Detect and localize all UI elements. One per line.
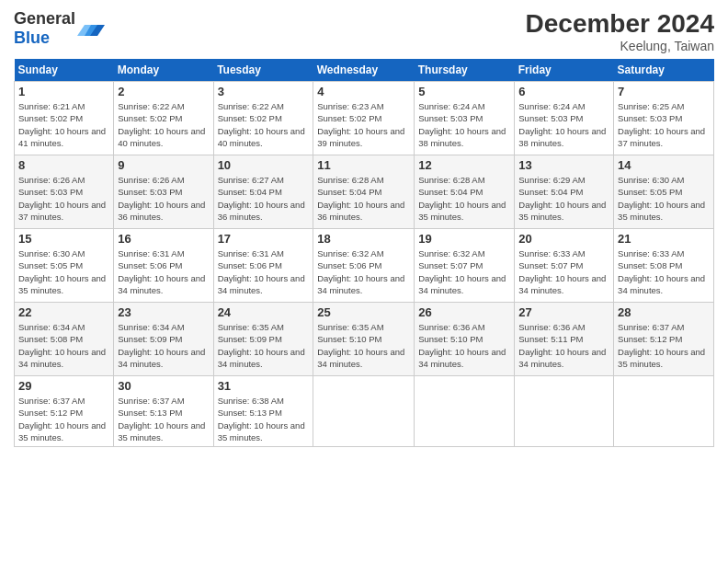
day-number: 10 — [218, 158, 310, 172]
table-row: 3 Sunrise: 6:22 AMSunset: 5:02 PMDayligh… — [213, 82, 313, 155]
day-number: 19 — [418, 232, 510, 246]
table-row: 4 Sunrise: 6:23 AMSunset: 5:02 PMDayligh… — [313, 82, 415, 155]
day-info: Sunrise: 6:32 AMSunset: 5:06 PMDaylight:… — [317, 248, 404, 295]
table-row — [614, 376, 714, 447]
day-info: Sunrise: 6:31 AMSunset: 5:06 PMDaylight:… — [218, 248, 305, 295]
table-row: 14 Sunrise: 6:30 AMSunset: 5:05 PMDaylig… — [614, 155, 714, 229]
day-number: 9 — [118, 158, 209, 172]
day-number: 6 — [518, 85, 609, 98]
table-row — [515, 376, 614, 447]
day-info: Sunrise: 6:31 AMSunset: 5:06 PMDaylight:… — [118, 248, 205, 295]
day-number: 8 — [18, 158, 109, 172]
calendar-container: General Blue December 2024 Keelung, Taiw… — [0, 0, 728, 456]
logo-icon — [77, 17, 105, 40]
table-row — [313, 376, 415, 447]
table-row: 7 Sunrise: 6:25 AMSunset: 5:03 PMDayligh… — [614, 82, 714, 155]
table-row: 8 Sunrise: 6:26 AMSunset: 5:03 PMDayligh… — [15, 155, 114, 229]
day-info: Sunrise: 6:36 AMSunset: 5:11 PMDaylight:… — [518, 322, 606, 369]
day-info: Sunrise: 6:23 AMSunset: 5:02 PMDaylight:… — [317, 101, 404, 148]
table-row — [415, 376, 515, 447]
table-row: 12 Sunrise: 6:28 AMSunset: 5:04 PMDaylig… — [415, 155, 515, 229]
day-info: Sunrise: 6:35 AMSunset: 5:09 PMDaylight:… — [218, 322, 305, 369]
day-number: 23 — [118, 305, 209, 319]
day-number: 4 — [317, 85, 410, 98]
day-info: Sunrise: 6:37 AMSunset: 5:12 PMDaylight:… — [18, 396, 106, 442]
day-number: 18 — [317, 232, 410, 246]
header-monday: Monday — [114, 59, 213, 82]
day-info: Sunrise: 6:24 AMSunset: 5:03 PMDaylight:… — [518, 101, 606, 148]
day-info: Sunrise: 6:37 AMSunset: 5:13 PMDaylight:… — [118, 396, 205, 442]
day-number: 7 — [618, 85, 710, 98]
header-tuesday: Tuesday — [213, 59, 313, 82]
day-info: Sunrise: 6:35 AMSunset: 5:10 PMDaylight:… — [317, 322, 404, 369]
table-row: 20 Sunrise: 6:33 AMSunset: 5:07 PMDaylig… — [515, 229, 614, 303]
table-row: 5 Sunrise: 6:24 AMSunset: 5:03 PMDayligh… — [415, 82, 515, 155]
header-saturday: Saturday — [614, 59, 714, 82]
table-row: 23 Sunrise: 6:34 AMSunset: 5:09 PMDaylig… — [114, 303, 213, 376]
day-number: 27 — [518, 305, 609, 319]
day-number: 25 — [317, 305, 410, 319]
table-row: 18 Sunrise: 6:32 AMSunset: 5:06 PMDaylig… — [313, 229, 415, 303]
month-title: December 2024 — [526, 9, 714, 39]
logo: General Blue — [14, 9, 105, 48]
day-number: 15 — [18, 232, 109, 246]
table-row: 28 Sunrise: 6:37 AMSunset: 5:12 PMDaylig… — [614, 303, 714, 376]
table-row: 15 Sunrise: 6:30 AMSunset: 5:05 PMDaylig… — [15, 229, 114, 303]
day-number: 11 — [317, 158, 410, 172]
day-number: 31 — [218, 379, 310, 393]
day-number: 2 — [118, 85, 209, 98]
day-number: 1 — [18, 85, 109, 98]
table-row: 21 Sunrise: 6:33 AMSunset: 5:08 PMDaylig… — [614, 229, 714, 303]
day-info: Sunrise: 6:22 AMSunset: 5:02 PMDaylight:… — [118, 101, 205, 148]
table-row: 13 Sunrise: 6:29 AMSunset: 5:04 PMDaylig… — [515, 155, 614, 229]
day-number: 26 — [418, 305, 510, 319]
day-info: Sunrise: 6:33 AMSunset: 5:07 PMDaylight:… — [518, 248, 606, 295]
table-row: 27 Sunrise: 6:36 AMSunset: 5:11 PMDaylig… — [515, 303, 614, 376]
logo-text: General Blue — [14, 9, 75, 48]
day-info: Sunrise: 6:26 AMSunset: 5:03 PMDaylight:… — [18, 175, 106, 222]
table-row: 25 Sunrise: 6:35 AMSunset: 5:10 PMDaylig… — [313, 303, 415, 376]
day-number: 28 — [618, 305, 710, 319]
day-info: Sunrise: 6:36 AMSunset: 5:10 PMDaylight:… — [418, 322, 506, 369]
header-sunday: Sunday — [15, 59, 114, 82]
day-number: 14 — [618, 158, 710, 172]
table-row: 9 Sunrise: 6:26 AMSunset: 5:03 PMDayligh… — [114, 155, 213, 229]
day-number: 12 — [418, 158, 510, 172]
day-info: Sunrise: 6:32 AMSunset: 5:07 PMDaylight:… — [418, 248, 506, 295]
day-number: 16 — [118, 232, 209, 246]
day-info: Sunrise: 6:22 AMSunset: 5:02 PMDaylight:… — [218, 101, 305, 148]
calendar-header-row: Sunday Monday Tuesday Wednesday Thursday… — [15, 59, 714, 82]
table-row: 6 Sunrise: 6:24 AMSunset: 5:03 PMDayligh… — [515, 82, 614, 155]
day-number: 29 — [18, 379, 109, 393]
header-thursday: Thursday — [415, 59, 515, 82]
title-block: December 2024 Keelung, Taiwan — [526, 9, 714, 53]
table-row: 16 Sunrise: 6:31 AMSunset: 5:06 PMDaylig… — [114, 229, 213, 303]
table-row: 11 Sunrise: 6:28 AMSunset: 5:04 PMDaylig… — [313, 155, 415, 229]
day-info: Sunrise: 6:29 AMSunset: 5:04 PMDaylight:… — [518, 175, 606, 222]
table-row: 10 Sunrise: 6:27 AMSunset: 5:04 PMDaylig… — [213, 155, 313, 229]
table-row: 24 Sunrise: 6:35 AMSunset: 5:09 PMDaylig… — [213, 303, 313, 376]
day-info: Sunrise: 6:30 AMSunset: 5:05 PMDaylight:… — [18, 248, 106, 295]
table-row: 19 Sunrise: 6:32 AMSunset: 5:07 PMDaylig… — [415, 229, 515, 303]
table-row: 26 Sunrise: 6:36 AMSunset: 5:10 PMDaylig… — [415, 303, 515, 376]
day-number: 24 — [218, 305, 310, 319]
day-info: Sunrise: 6:27 AMSunset: 5:04 PMDaylight:… — [218, 175, 305, 222]
header-wednesday: Wednesday — [313, 59, 415, 82]
calendar-table: Sunday Monday Tuesday Wednesday Thursday… — [14, 59, 714, 447]
day-info: Sunrise: 6:37 AMSunset: 5:12 PMDaylight:… — [618, 322, 705, 369]
day-number: 21 — [618, 232, 710, 246]
day-info: Sunrise: 6:34 AMSunset: 5:08 PMDaylight:… — [18, 322, 106, 369]
day-info: Sunrise: 6:26 AMSunset: 5:03 PMDaylight:… — [118, 175, 205, 222]
day-number: 20 — [518, 232, 609, 246]
day-number: 5 — [418, 85, 510, 98]
table-row: 30 Sunrise: 6:37 AMSunset: 5:13 PMDaylig… — [114, 376, 213, 447]
header: General Blue December 2024 Keelung, Taiw… — [14, 9, 714, 53]
day-number: 3 — [218, 85, 310, 98]
day-info: Sunrise: 6:30 AMSunset: 5:05 PMDaylight:… — [618, 175, 705, 222]
location: Keelung, Taiwan — [526, 39, 714, 53]
day-info: Sunrise: 6:28 AMSunset: 5:04 PMDaylight:… — [317, 175, 404, 222]
day-info: Sunrise: 6:28 AMSunset: 5:04 PMDaylight:… — [418, 175, 506, 222]
day-info: Sunrise: 6:25 AMSunset: 5:03 PMDaylight:… — [618, 101, 705, 148]
day-number: 17 — [218, 232, 310, 246]
day-number: 13 — [518, 158, 609, 172]
